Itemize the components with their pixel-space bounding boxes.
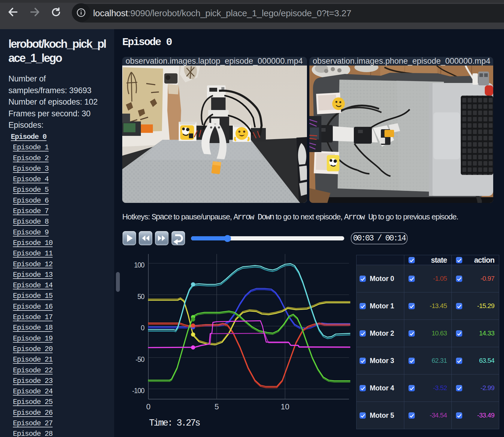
- svg-text:-100: -100: [132, 387, 144, 395]
- svg-text:5: 5: [214, 402, 219, 411]
- svg-text:50: 50: [137, 293, 144, 301]
- svg-text:10: 10: [281, 402, 290, 411]
- svg-text:-50: -50: [135, 356, 144, 363]
- svg-text:0: 0: [141, 324, 144, 332]
- svg-text:0: 0: [146, 402, 150, 411]
- svg-text:100: 100: [134, 261, 144, 269]
